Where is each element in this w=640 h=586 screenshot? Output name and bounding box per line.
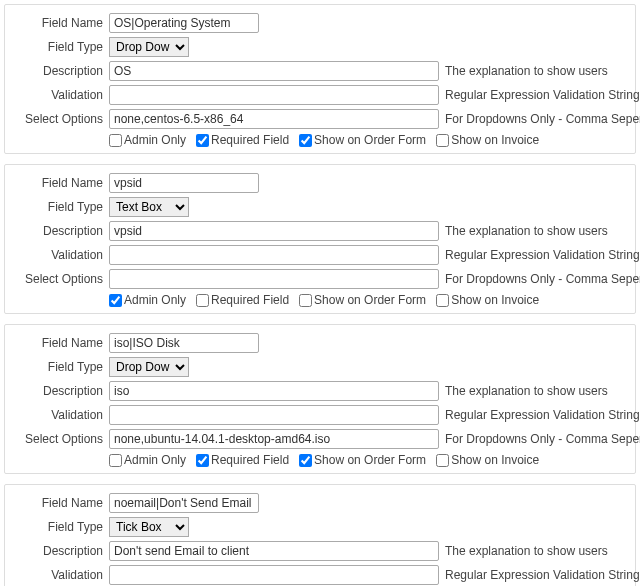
input-col (109, 493, 259, 513)
checkbox-show_on_invoice-label: Show on Invoice (451, 453, 539, 467)
form-row: DescriptionThe explanation to show users (9, 221, 631, 241)
checkbox-required_field[interactable]: Required Field (196, 453, 289, 467)
checkbox-row: Admin OnlyRequired FieldShow on Order Fo… (9, 293, 631, 307)
form-row: Select OptionsFor Dropdowns Only - Comma… (9, 429, 631, 449)
input-col (109, 333, 259, 353)
checkbox-admin_only-input[interactable] (109, 294, 122, 307)
checkbox-admin_only-input[interactable] (109, 454, 122, 467)
checkbox-admin_only-label: Admin Only (124, 133, 186, 147)
checkbox-show_on_order_form-label: Show on Order Form (314, 453, 426, 467)
checkbox-required_field[interactable]: Required Field (196, 133, 289, 147)
field_type-label: Field Type (9, 520, 109, 534)
field_type-label: Field Type (9, 40, 109, 54)
validation-input[interactable] (109, 405, 439, 425)
field_name-label: Field Name (9, 496, 109, 510)
validation-help: Regular Expression Validation String (439, 88, 640, 102)
checkbox-required_field-label: Required Field (211, 453, 289, 467)
custom-field-block: Field NameField TypeDrop DownText BoxTic… (4, 484, 636, 586)
input-col (109, 565, 439, 585)
field-type-select[interactable]: Drop DownText BoxTick Box (109, 517, 189, 537)
form-row: DescriptionThe explanation to show users (9, 541, 631, 561)
checkbox-show_on_order_form-input[interactable] (299, 454, 312, 467)
description-help: The explanation to show users (439, 224, 608, 238)
field-type-select[interactable]: Drop DownText BoxTick Box (109, 37, 189, 57)
validation-input[interactable] (109, 565, 439, 585)
checkbox-show_on_order_form[interactable]: Show on Order Form (299, 293, 426, 307)
checkbox-show_on_order_form[interactable]: Show on Order Form (299, 133, 426, 147)
field-type-select[interactable]: Drop DownText BoxTick Box (109, 357, 189, 377)
custom-field-block: Field NameField TypeDrop DownText BoxTic… (4, 164, 636, 314)
field-name-input[interactable] (109, 13, 259, 33)
form-row: Field Name (9, 493, 631, 513)
description-input[interactable] (109, 61, 439, 81)
select_options-label: Select Options (9, 112, 109, 126)
checkbox-show_on_order_form-input[interactable] (299, 294, 312, 307)
checkbox-admin_only[interactable]: Admin Only (109, 133, 186, 147)
validation-help: Regular Expression Validation String (439, 248, 640, 262)
field-type-select[interactable]: Drop DownText BoxTick Box (109, 197, 189, 217)
description-help: The explanation to show users (439, 384, 608, 398)
form-row: Field TypeDrop DownText BoxTick Box (9, 37, 631, 57)
checkbox-required_field-label: Required Field (211, 293, 289, 307)
checkbox-show_on_invoice-label: Show on Invoice (451, 133, 539, 147)
checkbox-required_field-input[interactable] (196, 294, 209, 307)
description-label: Description (9, 64, 109, 78)
checkbox-show_on_invoice-input[interactable] (436, 134, 449, 147)
checkbox-show_on_invoice-input[interactable] (436, 454, 449, 467)
input-col (109, 429, 439, 449)
validation-input[interactable] (109, 245, 439, 265)
input-col (109, 541, 439, 561)
description-label: Description (9, 224, 109, 238)
checkbox-show_on_invoice-label: Show on Invoice (451, 293, 539, 307)
checkbox-show_on_invoice[interactable]: Show on Invoice (436, 133, 539, 147)
select-options-input[interactable] (109, 269, 439, 289)
select-options-input[interactable] (109, 429, 439, 449)
checkbox-admin_only-input[interactable] (109, 134, 122, 147)
form-row: Select OptionsFor Dropdowns Only - Comma… (9, 269, 631, 289)
checkbox-show_on_order_form[interactable]: Show on Order Form (299, 453, 426, 467)
description-input[interactable] (109, 381, 439, 401)
checkbox-admin_only[interactable]: Admin Only (109, 453, 186, 467)
field-name-input[interactable] (109, 173, 259, 193)
validation-help: Regular Expression Validation String (439, 408, 640, 422)
form-row: Field TypeDrop DownText BoxTick Box (9, 197, 631, 217)
description-input[interactable] (109, 541, 439, 561)
form-row: ValidationRegular Expression Validation … (9, 565, 631, 585)
checkbox-show_on_invoice[interactable]: Show on Invoice (436, 453, 539, 467)
select_options-label: Select Options (9, 272, 109, 286)
checkbox-admin_only-label: Admin Only (124, 293, 186, 307)
select_options-label: Select Options (9, 432, 109, 446)
form-row: Field Name (9, 333, 631, 353)
checkbox-show_on_order_form-input[interactable] (299, 134, 312, 147)
select_options-help: For Dropdowns Only - Comma Seperated Lis… (439, 112, 640, 126)
field_name-label: Field Name (9, 176, 109, 190)
validation-label: Validation (9, 408, 109, 422)
form-row: Field Name (9, 173, 631, 193)
form-row: ValidationRegular Expression Validation … (9, 245, 631, 265)
description-help: The explanation to show users (439, 544, 608, 558)
checkbox-admin_only-label: Admin Only (124, 453, 186, 467)
input-col (109, 13, 259, 33)
form-row: DescriptionThe explanation to show users (9, 61, 631, 81)
input-col: Drop DownText BoxTick Box (109, 37, 189, 57)
validation-input[interactable] (109, 85, 439, 105)
input-col: Drop DownText BoxTick Box (109, 197, 189, 217)
checkbox-required_field-input[interactable] (196, 454, 209, 467)
checkbox-show_on_invoice[interactable]: Show on Invoice (436, 293, 539, 307)
select_options-help: For Dropdowns Only - Comma Seperated Lis… (439, 272, 640, 286)
checkbox-admin_only[interactable]: Admin Only (109, 293, 186, 307)
checkbox-required_field[interactable]: Required Field (196, 293, 289, 307)
field-name-input[interactable] (109, 493, 259, 513)
select-options-input[interactable] (109, 109, 439, 129)
form-row: ValidationRegular Expression Validation … (9, 405, 631, 425)
input-col: Drop DownText BoxTick Box (109, 357, 189, 377)
description-input[interactable] (109, 221, 439, 241)
checkbox-show_on_invoice-input[interactable] (436, 294, 449, 307)
field_type-label: Field Type (9, 200, 109, 214)
checkbox-show_on_order_form-label: Show on Order Form (314, 133, 426, 147)
checkbox-required_field-input[interactable] (196, 134, 209, 147)
field-name-input[interactable] (109, 333, 259, 353)
description-label: Description (9, 384, 109, 398)
checkbox-row: Admin OnlyRequired FieldShow on Order Fo… (9, 133, 631, 147)
input-col (109, 173, 259, 193)
